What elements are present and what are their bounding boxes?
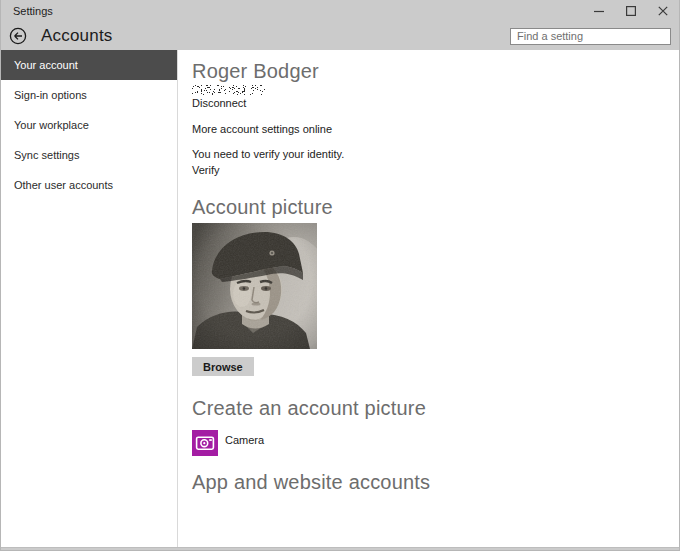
sidebar: Your account Sign-in options Your workpl… [1, 50, 178, 547]
create-picture-heading: Create an account picture [192, 398, 679, 418]
back-button[interactable] [8, 26, 28, 46]
back-arrow-icon [9, 27, 27, 45]
app-header: Accounts [1, 22, 679, 50]
close-button[interactable] [647, 0, 679, 22]
close-icon [658, 6, 668, 16]
disconnect-link[interactable]: Disconnect [192, 97, 679, 110]
sidebar-item-sign-in-options[interactable]: Sign-in options [1, 80, 177, 110]
camera-icon [192, 430, 218, 456]
maximize-icon [626, 6, 636, 16]
verify-link[interactable]: Verify [192, 164, 679, 177]
sidebar-item-label: Your account [14, 59, 78, 71]
account-picture-heading: Account picture [192, 197, 679, 217]
camera-label: Camera [225, 434, 264, 446]
search-input[interactable] [510, 28, 671, 45]
window-controls [583, 0, 679, 22]
window-title: Settings [13, 5, 53, 17]
main-content: Roger Bodger Disconnect More account set… [178, 50, 679, 547]
sidebar-item-your-account[interactable]: Your account [1, 50, 177, 80]
browse-button[interactable]: Browse [192, 357, 254, 376]
account-picture-photo [192, 223, 317, 349]
minimize-icon [594, 6, 604, 16]
sidebar-item-other-user-accounts[interactable]: Other user accounts [1, 170, 177, 200]
sidebar-item-label: Other user accounts [14, 179, 113, 191]
maximize-button[interactable] [615, 0, 647, 22]
minimize-button[interactable] [583, 0, 615, 22]
settings-window: Settings Accounts [0, 0, 680, 551]
more-account-settings-link[interactable]: More account settings online [192, 123, 679, 136]
sidebar-item-sync-settings[interactable]: Sync settings [1, 140, 177, 170]
sidebar-item-label: Your workplace [14, 119, 89, 131]
sidebar-item-label: Sync settings [14, 149, 79, 161]
sidebar-item-your-workplace[interactable]: Your workplace [1, 110, 177, 140]
sidebar-item-label: Sign-in options [14, 89, 87, 101]
verify-identity-text: You need to verify your identity. [192, 148, 679, 161]
page-title: Accounts [41, 26, 113, 46]
obscured-email [192, 85, 266, 95]
app-accounts-heading: App and website accounts [192, 472, 679, 492]
user-name: Roger Bodger [192, 62, 679, 80]
titlebar: Settings [1, 0, 679, 22]
window-bottom-border [1, 547, 679, 550]
body-area: Your account Sign-in options Your workpl… [1, 50, 679, 547]
camera-launcher[interactable]: Camera [192, 430, 679, 456]
